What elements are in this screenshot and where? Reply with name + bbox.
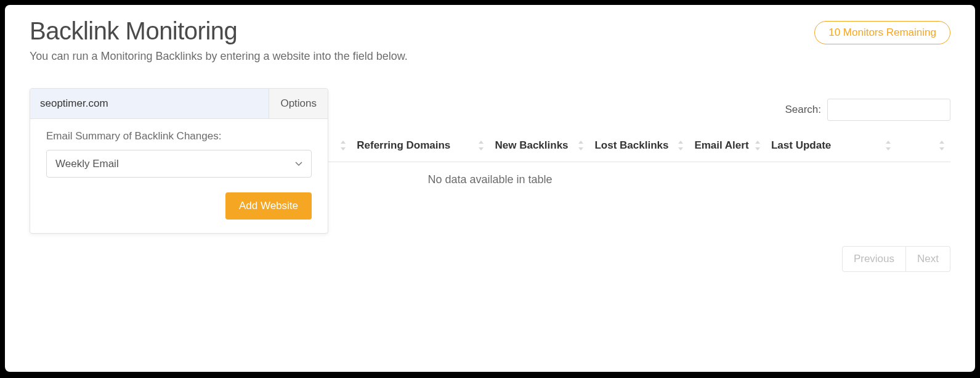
page-subtitle: You can run a Monitoring Backlinks by en… (30, 50, 950, 63)
add-website-button[interactable]: Add Website (225, 192, 312, 220)
sort-icon (885, 141, 892, 150)
column-last-update[interactable]: Last Update (766, 132, 897, 162)
panel-header: Options (30, 89, 328, 119)
column-lost-label: Lost Backlinks (594, 139, 668, 151)
email-frequency-select[interactable]: Weekly Email (46, 150, 312, 178)
page-title: Backlink Monitoring (30, 17, 237, 45)
header-row: Backlink Monitoring 10 Monitors Remainin… (30, 17, 950, 45)
column-referring-domains[interactable]: Referring Domains (352, 132, 490, 162)
column-email-alert[interactable]: Email Alert (689, 132, 766, 162)
next-button[interactable]: Next (906, 246, 950, 272)
panel-footer: Add Website (46, 192, 312, 220)
sort-icon (938, 141, 946, 150)
email-summary-label: Email Summary of Backlink Changes: (46, 130, 312, 142)
column-lost-backlinks[interactable]: Lost Backlinks (589, 132, 689, 162)
website-input[interactable] (30, 89, 269, 118)
sort-icon (754, 141, 761, 150)
sort-icon (677, 141, 684, 150)
panel-body: Email Summary of Backlink Changes: Weekl… (30, 119, 328, 233)
search-input[interactable] (827, 99, 950, 121)
pagination: Previous Next (30, 246, 950, 272)
monitors-remaining-badge: 10 Monitors Remaining (814, 21, 950, 44)
previous-button[interactable]: Previous (842, 246, 906, 272)
sort-icon (577, 141, 585, 150)
column-update-label: Last Update (771, 139, 831, 151)
options-toggle[interactable]: Options (269, 89, 328, 118)
sort-icon (339, 141, 347, 150)
column-new-backlinks[interactable]: New Backlinks (490, 132, 589, 162)
search-label: Search: (785, 104, 821, 116)
column-new-label: New Backlinks (495, 139, 568, 151)
sort-icon (477, 141, 485, 150)
column-referring-label: Referring Domains (357, 139, 450, 151)
column-email-label: Email Alert (694, 139, 748, 151)
column-actions[interactable] (897, 132, 950, 162)
add-website-panel: Options Email Summary of Backlink Change… (30, 88, 328, 234)
page-container: Backlink Monitoring 10 Monitors Remainin… (5, 5, 975, 372)
